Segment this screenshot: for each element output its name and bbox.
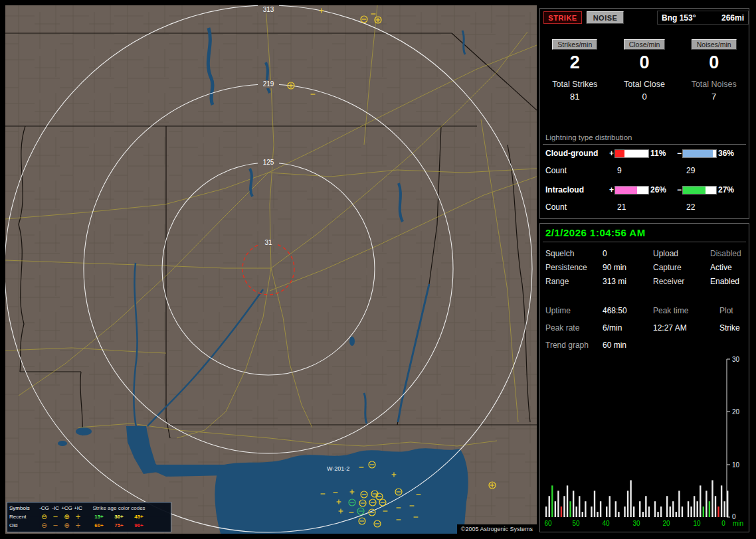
bearing-display: Bng 153° 266mi	[657, 11, 749, 25]
ic-plus-symbol-icon: +	[72, 514, 84, 520]
count-label: Count	[545, 166, 567, 175]
plot-label: Plot	[719, 306, 746, 323]
receiver-value: Enabled	[710, 277, 746, 286]
legend-row-label: Old	[9, 522, 39, 528]
count-label: Count	[545, 202, 567, 212]
total-noises-value: 7	[679, 92, 749, 102]
uptime-label: Uptime	[545, 306, 603, 323]
divider	[543, 144, 746, 145]
legend-symbols-header: Symbols	[9, 505, 39, 511]
copyright-notice: ©2005 Astrogenic Systems	[457, 524, 537, 534]
bearing-label: Bng 153°	[662, 13, 696, 23]
distribution-row-name: Intracloud	[545, 185, 584, 194]
total-noises-label: Total Noises	[679, 80, 749, 89]
upload-label: Upload	[653, 249, 710, 258]
trend-graph-value: 60 min	[603, 341, 653, 358]
trend-x-label: 30	[632, 520, 640, 527]
range-ring-label: 219	[263, 80, 274, 88]
noises-per-min-value: 0	[679, 53, 749, 72]
squelch-value: 0	[603, 249, 653, 258]
minus-sign: −	[677, 185, 682, 194]
legend-age-value: 30+	[109, 514, 129, 520]
minus-sign: −	[677, 149, 682, 158]
peak-time-value: 12:27 AM	[653, 323, 719, 341]
squelch-label: Squelch	[545, 249, 603, 258]
noise-mode-button[interactable]: NOISE	[587, 11, 624, 24]
capture-value: Active	[710, 263, 746, 272]
legend-column-header: -IC	[50, 505, 61, 511]
persistence-value: 90 min	[603, 263, 653, 272]
strikes-per-min-button[interactable]: Strikes/min	[552, 39, 597, 50]
side-panel: STRIKE NOISE Bng 153° 266mi Strikes/min …	[539, 8, 751, 534]
close-per-min-button[interactable]: Close/min	[624, 39, 666, 50]
trend-graph-label: Trend graph	[545, 341, 603, 358]
trend-x-label: 0	[721, 520, 725, 527]
ic-negative-count: 22	[686, 202, 695, 212]
intracloud-row: Intracloud + 26% − 27%	[540, 185, 749, 194]
legend-row-label: Recent	[9, 514, 39, 520]
uptime-grid: Uptime 468:50 Peak time Plot Peak rate 6…	[545, 306, 746, 358]
ic-minus-symbol-icon: −	[50, 522, 61, 528]
ic-positive-bar	[614, 186, 649, 194]
persistence-label: Persistence	[545, 263, 603, 272]
legend-age-value: 90+	[129, 522, 149, 528]
strikes-per-min-column: Strikes/min 2 Total Strikes 81	[540, 39, 610, 102]
upload-value: Disabled	[710, 249, 746, 258]
trend-x-label: 40	[602, 520, 610, 527]
trend-graph: 30 20 10 0 60 50 40 30 20 10 0 min	[543, 356, 750, 528]
peak-rate-value: 6/min	[603, 323, 653, 341]
total-strikes-label: Total Strikes	[540, 80, 610, 89]
total-close-label: Total Close	[610, 80, 680, 89]
trend-y-label: 10	[732, 461, 740, 469]
noises-per-min-button[interactable]: Noises/min	[692, 39, 737, 50]
ic-negative-bar	[682, 186, 717, 194]
stats-panel: STRIKE NOISE Bng 153° 266mi Strikes/min …	[539, 8, 749, 219]
trend-x-label: 60	[544, 520, 552, 527]
cloud-ground-row: Cloud-ground + 11% − 36%	[540, 149, 749, 158]
close-per-min-value: 0	[610, 53, 680, 72]
distribution-row-name: Cloud-ground	[545, 149, 598, 158]
range-label: Range	[545, 277, 603, 286]
range-ring-label: 31	[264, 239, 272, 246]
cg-negative-count: 29	[686, 166, 695, 175]
app-window: 313 219 125 31 W-201-2 Symbols -CG -IC +…	[0, 0, 756, 539]
intracloud-count-row: Count 21 22	[540, 202, 749, 212]
cg-minus-symbol-icon: ⊖	[39, 522, 50, 528]
map-view[interactable]: 313 219 125 31 W-201-2 Symbols -CG -IC +…	[5, 5, 537, 534]
trend-x-label: 20	[662, 520, 670, 527]
cloud-ground-count-row: Count 9 29	[540, 166, 749, 175]
cg-negative-pct: 36%	[718, 149, 734, 158]
legend-age-value: 45+	[129, 514, 149, 520]
settings-grid: Squelch 0 Upload Disabled Persistence 90…	[545, 249, 746, 286]
uptime-value: 468:50	[603, 306, 653, 323]
trend-y-label: 30	[732, 356, 740, 363]
datetime-display: 2/1/2026 1:04:56 AM	[545, 227, 646, 238]
plus-sign: +	[609, 185, 614, 194]
legend-age-header: Strike age color codes	[89, 505, 149, 511]
total-close-value: 0	[610, 92, 680, 102]
ic-negative-pct: 27%	[718, 185, 734, 194]
legend-age-value: 75+	[109, 522, 129, 528]
divider	[543, 242, 746, 242]
cg-minus-symbol-icon: ⊖	[39, 514, 50, 520]
cg-positive-pct: 11%	[650, 149, 666, 158]
plot-value: Strike	[719, 323, 746, 341]
cg-plus-symbol-icon: ⊕	[61, 514, 72, 520]
ic-positive-count: 21	[617, 202, 626, 212]
noises-per-min-column: Noises/min 0 Total Noises 7	[679, 39, 749, 102]
receiver-label: Receiver	[653, 277, 710, 286]
legend-column-header: -CG	[39, 505, 50, 511]
capture-label: Capture	[653, 263, 710, 272]
legend-column-header: +IC	[72, 505, 84, 511]
map-canvas[interactable]: 313 219 125 31 W-201-2	[5, 5, 537, 534]
cg-positive-count: 9	[617, 166, 622, 175]
cg-positive-bar	[614, 149, 649, 158]
strikes-per-min-value: 2	[540, 53, 610, 72]
map-legend: Symbols -CG -IC +CG +IC Strike age color…	[7, 502, 171, 532]
strike-mode-button[interactable]: STRIKE	[543, 11, 582, 24]
trend-x-label: 10	[693, 520, 701, 527]
ic-positive-pct: 26%	[650, 185, 666, 194]
cg-plus-symbol-icon: ⊕	[61, 522, 72, 528]
distribution-title: Lightning type distribution	[545, 133, 632, 141]
station-label: W-201-2	[327, 465, 349, 472]
